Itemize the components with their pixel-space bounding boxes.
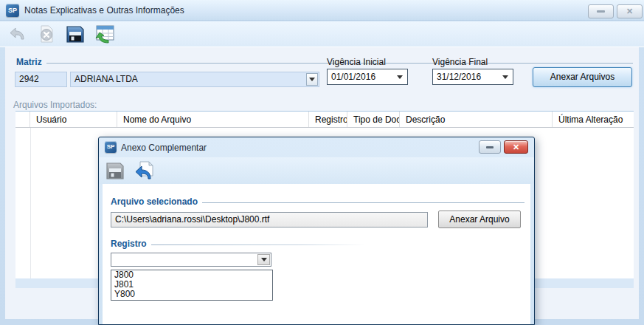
table-header-ultima-alteracao[interactable]: Última Alteração (553, 112, 634, 127)
arquivo-selecionado-label: Arquivo selecionado (111, 196, 198, 207)
close-icon: ✕ (513, 143, 519, 151)
vigencia-inicial-value: 01/01/2016 (331, 72, 375, 82)
save-icon (105, 160, 125, 181)
matriz-company-value: ADRIANA LTDA (75, 74, 138, 84)
import-table-icon (93, 24, 115, 44)
close-button[interactable]: ✕ (617, 4, 643, 18)
registro-option-y800[interactable]: Y800 (111, 290, 272, 299)
arquivo-selecionado-rule (202, 202, 524, 203)
save-button[interactable] (63, 23, 87, 46)
undo-button[interactable] (6, 23, 30, 46)
modal-close-button[interactable]: ✕ (504, 140, 528, 154)
main-toolbar (0, 21, 644, 47)
matriz-code-field[interactable]: 2942 (15, 72, 67, 87)
registro-option-j801[interactable]: J801 (111, 280, 272, 290)
close-icon: ✕ (626, 7, 633, 16)
save-icon (65, 24, 86, 44)
window-title: Notas Explicativas e Outras Informações (24, 5, 184, 16)
modal-save-button[interactable] (103, 160, 127, 182)
table-header-nome-do-arquivo[interactable]: Nome do Arquivo (117, 112, 309, 127)
undo-icon (8, 24, 27, 44)
app-logo-icon: SP (6, 4, 19, 17)
anexo-complementar-dialog: SP Anexo Complementar ✕ (98, 137, 535, 325)
back-arrow-icon (134, 161, 155, 180)
table-header-row: Usuário Nome do Arquivo Registro Tipo de… (15, 112, 634, 128)
table-header-indicator (15, 112, 30, 127)
vigencia-inicial-picker[interactable]: 01/01/2016 (327, 69, 408, 85)
anexar-arquivos-button[interactable]: Anexar Arquivos (533, 67, 632, 87)
table-header-tipo-de-doc[interactable]: Tipo de Doc. (347, 112, 400, 127)
main-titlebar: SP Notas Explicativas e Outras Informaçõ… (0, 0, 644, 21)
modal-title: Anexo Complementar (121, 143, 207, 153)
app-logo-icon: SP (105, 141, 117, 153)
registro-option-j800[interactable]: J800 (111, 270, 272, 280)
minimize-icon (486, 146, 494, 148)
matriz-company-combobox[interactable]: ADRIANA LTDA (70, 72, 319, 87)
table-indicator-divider (30, 128, 31, 278)
matriz-company-dropdown-button[interactable] (306, 73, 318, 86)
modal-titlebar: SP Anexo Complementar ✕ (99, 137, 534, 157)
registro-group-label: Registro (111, 239, 147, 249)
chevron-down-icon (397, 75, 403, 79)
modal-back-button[interactable] (133, 160, 156, 182)
registro-group-rule (151, 244, 365, 245)
table-header-usuario[interactable]: Usuário (30, 112, 117, 127)
table-header-registro[interactable]: Registro (309, 112, 347, 127)
minimize-icon (597, 10, 605, 13)
vigencia-inicial-label: Vigência Inicial (327, 57, 386, 67)
modal-client-area: Arquivo selecionado C:\Users\adriana.ros… (103, 184, 530, 324)
vigencia-final-label: Vigência Final (432, 57, 488, 67)
vigencia-final-value: 31/12/2016 (437, 72, 481, 82)
chevron-down-icon (309, 78, 315, 81)
main-window: SP Notas Explicativas e Outras Informaçõ… (0, 0, 644, 325)
matriz-group-label: Matriz (16, 57, 42, 67)
vigencia-final-picker[interactable]: 31/12/2016 (432, 69, 513, 85)
selected-file-path-field[interactable]: C:\Users\adriana.rossi\Desktop\J800.rtf (111, 212, 428, 228)
table-header-descricao[interactable]: Descrição (400, 112, 553, 127)
cancel-icon (37, 24, 56, 44)
anexar-arquivo-button[interactable]: Anexar Arquivo (438, 211, 521, 228)
chevron-down-icon (502, 75, 508, 79)
modal-toolbar (99, 157, 534, 184)
arquivos-importados-label: Arquivos Importados: (13, 100, 97, 110)
chevron-down-icon (261, 258, 267, 261)
registro-dropdown-button[interactable] (257, 254, 270, 265)
modal-minimize-button[interactable] (479, 140, 501, 154)
cancel-button[interactable] (35, 23, 58, 46)
import-button[interactable] (92, 23, 116, 46)
minimize-button[interactable] (588, 4, 614, 18)
registro-combobox[interactable] (111, 253, 271, 267)
registro-dropdown-list: J800 J801 Y800 (111, 270, 273, 301)
